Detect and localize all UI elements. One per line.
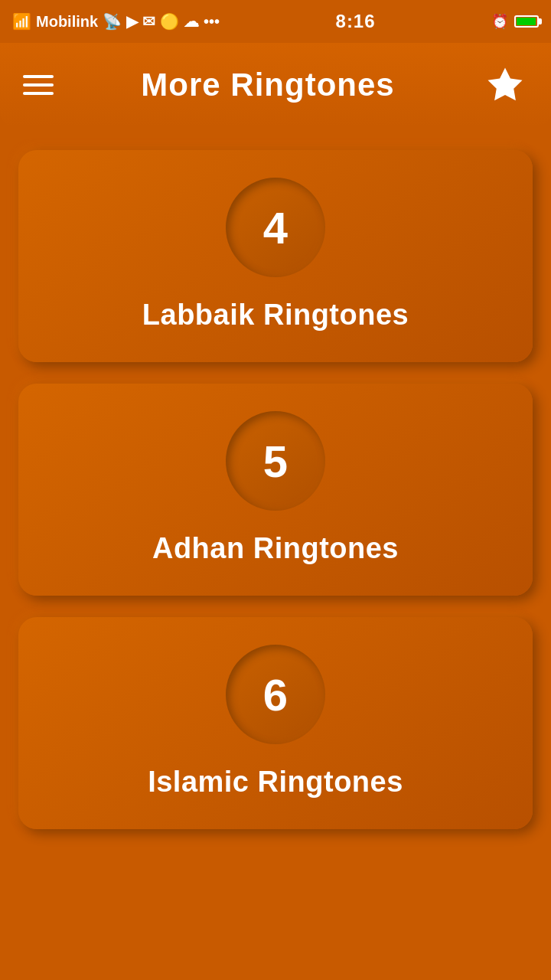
battery-icon xyxy=(514,15,539,28)
battery-fill xyxy=(517,18,536,25)
signal-icon: 📶 xyxy=(12,12,31,31)
wifi-icon: 📡 xyxy=(103,12,122,31)
cloud-icon: ☁ xyxy=(184,12,199,31)
carrier-name: Mobilink xyxy=(36,13,98,31)
hamburger-line-1 xyxy=(23,75,54,78)
status-bar: 📶 Mobilink 📡 ▶ ✉ 🟡 ☁ ••• 8:16 ⏰ xyxy=(0,0,551,43)
status-left: 📶 Mobilink 📡 ▶ ✉ 🟡 ☁ ••• xyxy=(12,12,220,31)
play-icon: ▶ xyxy=(126,12,138,31)
app-icon: 🟡 xyxy=(160,12,179,31)
hamburger-line-2 xyxy=(23,83,54,87)
ringtone-card-3[interactable]: 6 Islamic Ringtones xyxy=(18,617,533,829)
email-icon: ✉ xyxy=(142,12,155,31)
card-number-2: 5 xyxy=(226,411,325,511)
status-time: 8:16 xyxy=(336,11,376,32)
card-label-3: Islamic Ringtones xyxy=(148,766,403,799)
status-right: ⏰ xyxy=(491,13,539,30)
ringtone-card-1[interactable]: 4 Labbaik Ringtones xyxy=(18,150,533,362)
more-icon: ••• xyxy=(204,13,220,31)
card-label-2: Adhan Ringtones xyxy=(152,532,399,565)
card-number-3: 6 xyxy=(226,645,325,744)
card-number-1: 4 xyxy=(226,178,325,277)
hamburger-line-3 xyxy=(23,92,54,95)
card-label-1: Labbaik Ringtones xyxy=(142,299,409,332)
main-content: 4 Labbaik Ringtones 5 Adhan Ringtones 6 … xyxy=(0,127,551,852)
alarm-icon: ⏰ xyxy=(491,13,508,30)
favorites-button[interactable] xyxy=(482,62,528,108)
ringtone-card-2[interactable]: 5 Adhan Ringtones xyxy=(18,384,533,596)
nav-bar: More Ringtones xyxy=(0,43,551,127)
page-title: More Ringtones xyxy=(141,67,394,103)
menu-button[interactable] xyxy=(23,75,54,95)
